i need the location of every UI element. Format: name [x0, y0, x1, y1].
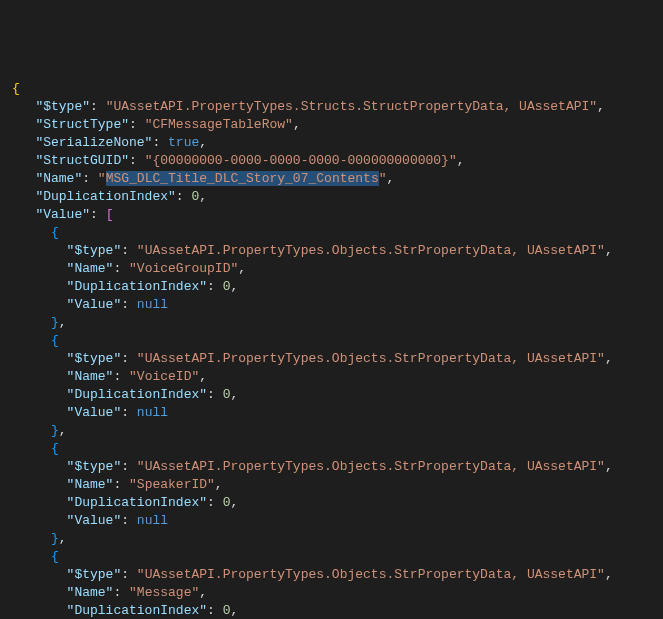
code-line: },	[12, 314, 651, 332]
code-line: "DuplicationIndex": 0,	[12, 278, 651, 296]
code-line: {	[12, 332, 651, 350]
code-line: "$type": "UAssetAPI.PropertyTypes.Object…	[12, 350, 651, 368]
code-line: {	[12, 224, 651, 242]
code-line: "Name": "VoiceGroupID",	[12, 260, 651, 278]
code-line: "Value": null	[12, 296, 651, 314]
code-line: "StructType": "CFMessageTableRow",	[12, 116, 651, 134]
code-line: "DuplicationIndex": 0,	[12, 494, 651, 512]
code-line: {	[12, 440, 651, 458]
code-line: "$type": "UAssetAPI.PropertyTypes.Object…	[12, 242, 651, 260]
code-line: "Name": "VoiceID",	[12, 368, 651, 386]
code-line: "Value": [	[12, 206, 651, 224]
code-line: "$type": "UAssetAPI.PropertyTypes.Struct…	[12, 98, 651, 116]
code-line: "$type": "UAssetAPI.PropertyTypes.Object…	[12, 458, 651, 476]
selected-text: MSG_DLC_Title_DLC_Story_07_Contents	[106, 171, 379, 186]
code-editor[interactable]: { "$type": "UAssetAPI.PropertyTypes.Stru…	[12, 80, 651, 619]
code-line: "SerializeNone": true,	[12, 134, 651, 152]
code-line: "DuplicationIndex": 0,	[12, 386, 651, 404]
code-line: },	[12, 530, 651, 548]
code-line: "Value": null	[12, 404, 651, 422]
code-line: "StructGUID": "{00000000-0000-0000-0000-…	[12, 152, 651, 170]
code-line: },	[12, 422, 651, 440]
code-line: "$type": "UAssetAPI.PropertyTypes.Object…	[12, 566, 651, 584]
code-line: {	[12, 80, 651, 98]
code-line: "Name": "SpeakerID",	[12, 476, 651, 494]
code-line: "Name": "MSG_DLC_Title_DLC_Story_07_Cont…	[12, 170, 651, 188]
code-line: {	[12, 548, 651, 566]
code-line: "DuplicationIndex": 0,	[12, 602, 651, 619]
code-line: "Value": null	[12, 512, 651, 530]
code-line: "DuplicationIndex": 0,	[12, 188, 651, 206]
code-line: "Name": "Message",	[12, 584, 651, 602]
